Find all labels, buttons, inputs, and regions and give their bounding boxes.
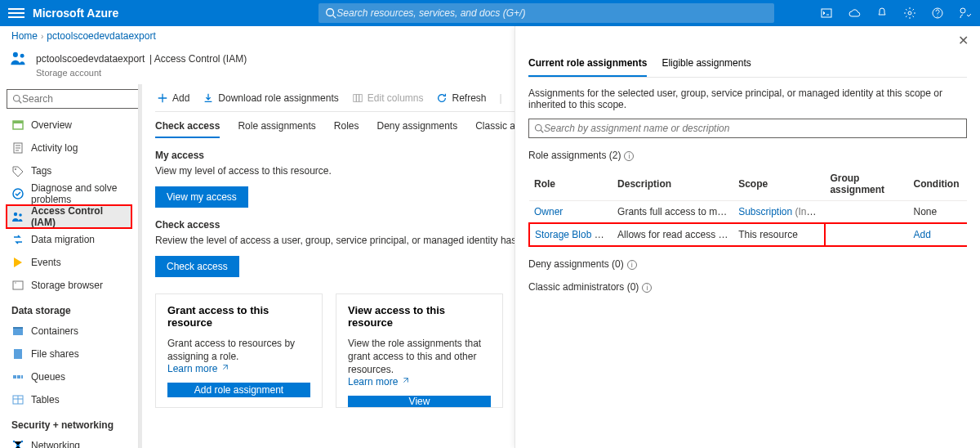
view-card-title: View access to this resource <box>348 304 491 329</box>
grant-card-text: Grant access to resources by assigning a… <box>167 337 310 363</box>
col-cond[interactable]: Condition <box>909 168 967 201</box>
gear-icon[interactable] <box>903 7 916 20</box>
nav-icon <box>11 141 24 155</box>
console-icon[interactable] <box>820 7 833 20</box>
add-button[interactable]: Add <box>157 92 189 104</box>
bell-icon[interactable] <box>875 7 889 20</box>
nav-icon <box>11 439 24 448</box>
sidebar-item[interactable]: Networking <box>7 434 131 448</box>
desc-cell: Allows for read access to Azure S… <box>612 223 733 246</box>
tab-roles[interactable]: Roles <box>334 120 359 138</box>
sidebar-item[interactable]: Diagnose and solve problems <box>7 182 131 205</box>
close-icon[interactable]: ✕ <box>958 33 969 48</box>
edit-columns-button[interactable]: Edit columns <box>352 92 424 104</box>
sidebar-item[interactable]: Containers <box>7 320 131 343</box>
view-card-text: View the role assignments that grant acc… <box>348 337 491 377</box>
classic-admins-count: Classic administrators (0)i <box>528 281 967 293</box>
sidebar-item-label: Access Control (IAM) <box>31 205 127 228</box>
info-icon[interactable]: i <box>627 260 637 270</box>
table-row[interactable]: OwnerGrants full access to manage all r…… <box>529 201 967 224</box>
role-link[interactable]: Storage Blob Data Reade <box>535 229 612 240</box>
assignments-blade: ✕ Current role assignments Eligible assi… <box>514 26 980 448</box>
global-search[interactable] <box>318 3 774 23</box>
info-icon[interactable]: i <box>624 151 634 161</box>
breadcrumb-home[interactable]: Home <box>11 30 38 42</box>
blade-search[interactable] <box>528 119 967 138</box>
scope-cell: This resource <box>733 223 825 246</box>
nav-icon <box>11 393 24 406</box>
nav-icon <box>11 347 24 361</box>
grant-card-title: Grant access to this resource <box>167 304 310 329</box>
table-row[interactable]: Storage Blob Data ReadeAllows for read a… <box>529 223 967 246</box>
sidebar-item-label: Diagnose and solve problems <box>31 182 127 205</box>
role-link[interactable]: Owner <box>534 206 563 217</box>
col-desc[interactable]: Description <box>612 168 733 201</box>
sidebar-item[interactable]: Tables <box>7 388 131 411</box>
sidebar-item-label: Containers <box>31 325 78 337</box>
sidebar-item-label: Tables <box>31 394 60 405</box>
tab-deny-assignments[interactable]: Deny assignments <box>376 120 457 138</box>
nav-icon <box>11 187 24 200</box>
sidebar-search[interactable] <box>7 89 139 109</box>
view-button[interactable]: View <box>348 396 491 407</box>
sidebar-item[interactable]: Data migration <box>7 228 131 251</box>
sidebar-item[interactable]: Storage browser <box>7 274 131 297</box>
sidebar-item-label: Overview <box>31 119 72 131</box>
view-my-access-button[interactable]: View my access <box>155 186 248 208</box>
top-navbar: Microsoft Azure <box>0 0 980 26</box>
cond-cell: None <box>909 201 967 224</box>
deny-assignments-count: Deny assignments (0)i <box>528 258 967 270</box>
tab-role-assignments[interactable]: Role assignments <box>238 120 315 138</box>
view-access-card: View access to this resource View the ro… <box>336 293 503 408</box>
tab-check-access[interactable]: Check access <box>155 120 220 138</box>
breadcrumb-current[interactable]: pctoolscoedevdataexport <box>47 30 155 42</box>
sidebar-search-input[interactable] <box>22 93 139 105</box>
page-title: pctoolscoedevdataexport | Access Control… <box>36 47 247 66</box>
sidebar-item[interactable]: Queues <box>7 365 131 388</box>
nav-icon <box>11 256 24 269</box>
sidebar-item[interactable]: Activity log <box>7 137 131 159</box>
group-cell <box>825 223 908 246</box>
view-learn-more-link[interactable]: Learn more <box>348 376 491 388</box>
sidebar-item[interactable]: Overview <box>7 114 131 137</box>
blade-tabs: Current role assignments Eligible assign… <box>528 57 967 78</box>
check-access-button[interactable]: Check access <box>155 256 239 277</box>
tab-eligible-assignments[interactable]: Eligible assignments <box>662 57 751 77</box>
sidebar-item-label: Tags <box>31 165 51 177</box>
nav-icon <box>11 279 24 292</box>
global-search-input[interactable] <box>336 7 768 19</box>
brand-label: Microsoft Azure <box>33 7 118 20</box>
add-role-assignment-button[interactable]: Add role assignment <box>167 383 310 397</box>
scope-link[interactable]: Subscription <box>738 206 792 217</box>
blade-search-input[interactable] <box>544 123 961 134</box>
sidebar: « OverviewActivity logTagsDiagnose and s… <box>0 84 139 448</box>
sidebar-item[interactable]: Events <box>7 251 131 274</box>
help-icon[interactable] <box>931 7 944 20</box>
sidebar-item[interactable]: Access Control (IAM) <box>7 205 131 228</box>
sidebar-item-label: File shares <box>31 348 79 360</box>
assignments-table: Role Description Scope Group assignment … <box>528 168 967 247</box>
info-icon[interactable]: i <box>642 283 652 293</box>
sidebar-item-label: Activity log <box>31 142 78 154</box>
col-role[interactable]: Role <box>529 168 612 201</box>
col-group[interactable]: Group assignment <box>825 168 908 201</box>
nav-icon <box>11 370 24 383</box>
feedback-icon[interactable] <box>959 7 972 20</box>
download-button[interactable]: Download role assignments <box>203 92 338 104</box>
desc-cell: Grants full access to manage all r… <box>612 201 733 224</box>
refresh-button[interactable]: Refresh <box>436 92 486 104</box>
col-scope[interactable]: Scope <box>733 168 825 201</box>
tab-current-assignments[interactable]: Current role assignments <box>528 57 647 77</box>
grant-learn-more-link[interactable]: Learn more <box>167 363 310 374</box>
blade-intro: Assignments for the selected user, group… <box>528 87 967 110</box>
nav-icon <box>11 210 24 223</box>
sidebar-item[interactable]: Tags <box>7 159 131 182</box>
sidebar-section-heading: Data storage <box>11 305 131 316</box>
sidebar-item-label: Networking <box>31 440 80 448</box>
cloud-icon[interactable] <box>848 7 861 20</box>
nav-icon <box>11 325 24 338</box>
sidebar-item-label: Queues <box>31 371 65 383</box>
hamburger-icon[interactable] <box>8 8 24 18</box>
sidebar-item[interactable]: File shares <box>7 343 131 365</box>
add-condition-link[interactable]: Add <box>914 229 931 240</box>
